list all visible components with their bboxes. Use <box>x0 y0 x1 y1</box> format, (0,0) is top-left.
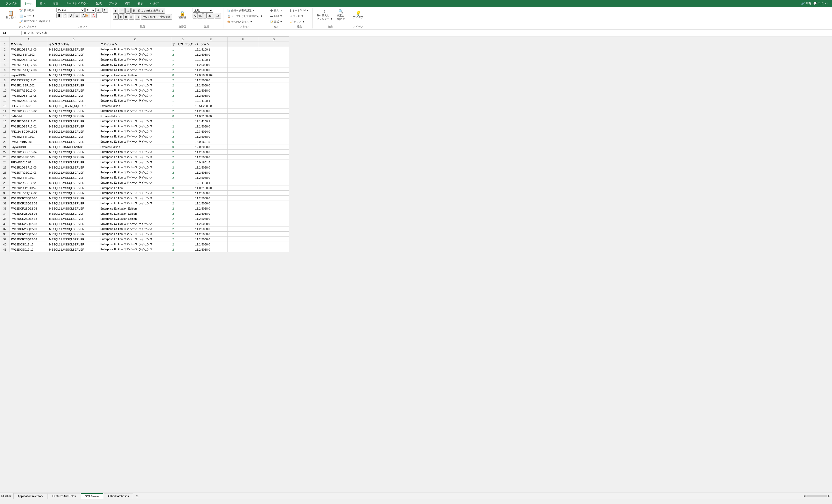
row-header-20[interactable]: 20 <box>0 139 9 144</box>
row-header-30[interactable]: 30 <box>0 191 9 196</box>
cell-13-F[interactable] <box>228 103 258 109</box>
cell-34-C[interactable]: Enterprise Evaluation Edition <box>99 211 171 216</box>
cell-15-C[interactable]: Express Edition <box>99 114 171 119</box>
copy-button[interactable]: 📄コピー ▼ <box>18 13 52 19</box>
cell-3-F[interactable] <box>228 52 258 57</box>
cell-34-E[interactable]: 11.2.5058.0 <box>194 211 228 216</box>
cell-6-C[interactable]: Enterprise Edition:コアベース ライセンス <box>99 67 171 73</box>
cell-31-C[interactable]: Enterprise Edition:コアベース ライセンス <box>99 196 171 201</box>
cell-12-E[interactable]: 12.1.4100.1 <box>194 98 228 103</box>
cell-31-A[interactable]: FW12DCR2SQ12-10 <box>9 196 48 201</box>
cell-22-F[interactable] <box>228 149 258 155</box>
cell-10-D[interactable]: 2 <box>171 88 194 93</box>
wrap-text-button[interactable]: 折り返して全体を表示する <box>131 8 165 13</box>
cell-ref-input[interactable] <box>1 31 22 35</box>
row-header-12[interactable]: 12 <box>0 98 9 103</box>
cell-14-C[interactable]: Enterprise Edition:コアベース ライセンス <box>99 109 171 114</box>
tab-page-layout[interactable]: ページ レイアウト <box>62 0 93 7</box>
cell-1-F[interactable] <box>228 42 258 47</box>
cell-20-F[interactable] <box>228 139 258 144</box>
font-color-button[interactable]: A <box>90 13 96 18</box>
col-header-d[interactable]: D <box>171 37 194 42</box>
cell-4-A[interactable]: FW12R2DSSP16-02 <box>9 57 48 62</box>
cell-8-G[interactable] <box>258 78 289 83</box>
decimal-decrease-button[interactable]: .0- <box>215 13 222 19</box>
cell-23-A[interactable]: FW12R2-SSP1603 <box>9 155 48 160</box>
cell-14-E[interactable]: 11.2.5058.0 <box>194 109 228 114</box>
font-name-select[interactable]: Calibri <box>56 8 85 12</box>
cell-11-G[interactable] <box>258 93 289 98</box>
cell-9-B[interactable]: MSSQL11.MSSQLSERVER <box>48 83 99 88</box>
cell-20-E[interactable]: 13.0.1601.5 <box>194 139 228 144</box>
align-right-button[interactable]: ≡ <box>124 14 128 20</box>
cell-3-E[interactable]: 11.2.5058.0 <box>194 52 228 57</box>
row-header-4[interactable]: 4 <box>0 57 9 62</box>
cell-35-D[interactable]: 2 <box>171 216 194 221</box>
cell-20-B[interactable]: MSSQL13.MSSQLSERVER <box>48 139 99 144</box>
cell-28-E[interactable]: 12.1.4100.1 <box>194 180 228 186</box>
cell-41-E[interactable]: 11.2.5058.0 <box>194 247 228 252</box>
row-header-24[interactable]: 24 <box>0 160 9 165</box>
col-header-c[interactable]: C <box>99 37 171 42</box>
cell-19-A[interactable]: FW12R2-SSP1601 <box>9 134 48 139</box>
cell-2-E[interactable]: 12.1.4100.1 <box>194 47 228 52</box>
paste-button[interactable]: 📋 貼り付け <box>4 8 18 22</box>
cell-14-B[interactable]: MSSQL11.MSSQLSERVER <box>48 109 99 114</box>
cell-5-F[interactable] <box>228 62 258 67</box>
cell-28-F[interactable] <box>228 180 258 186</box>
comment-button[interactable]: 💬 コメント <box>813 2 829 5</box>
cell-37-A[interactable]: FW12DCR2SQ12-09 <box>9 226 48 232</box>
cell-34-G[interactable] <box>258 211 289 216</box>
tab-next-arrow[interactable]: ▶ <box>7 494 9 498</box>
cell-6-A[interactable]: FW12STR2SQ12-06 <box>9 67 48 73</box>
cell-27-B[interactable]: MSSQL11.MSSQLSERVER <box>48 175 99 180</box>
sensitivity-button[interactable]: 🔒 秘密度 <box>177 8 188 22</box>
cell-5-D[interactable]: 2 <box>171 62 194 67</box>
cell-5-C[interactable]: Enterprise Edition:コアベース ライセンス <box>99 62 171 67</box>
cell-9-A[interactable]: FW12R2-SSP1302 <box>9 83 48 88</box>
cell-27-A[interactable]: FW12R2-SSP1301 <box>9 175 48 180</box>
row-header-39[interactable]: 39 <box>0 237 9 242</box>
row-header-9[interactable]: 9 <box>0 83 9 88</box>
cell-28-C[interactable]: Enterprise Edition:コアベース ライセンス <box>99 180 171 186</box>
cell-29-G[interactable] <box>258 186 289 191</box>
cell-38-F[interactable] <box>228 232 258 237</box>
formula-input[interactable] <box>35 31 831 35</box>
cell-31-E[interactable]: 11.2.5058.0 <box>194 196 228 201</box>
cell-7-G[interactable] <box>258 73 289 78</box>
cell-5-E[interactable]: 11.2.5058.0 <box>194 62 228 67</box>
cell-1-G[interactable] <box>258 42 289 47</box>
cell-6-F[interactable] <box>228 67 258 73</box>
cell-41-B[interactable]: MSSQL11.MSSQLSERVER <box>48 247 99 252</box>
cell-6-D[interactable]: 2 <box>171 67 194 73</box>
cell-19-E[interactable]: 11.2.5058.0 <box>194 134 228 139</box>
cell-28-A[interactable]: FW12R2DSSP16-04 <box>9 180 48 186</box>
cell-2-C[interactable]: Enterprise Edition:コアベース ライセンス <box>99 47 171 52</box>
cell-33-C[interactable]: Enterprise Evaluation Edition <box>99 206 171 211</box>
cell-27-F[interactable] <box>228 175 258 180</box>
row-header-38[interactable]: 38 <box>0 232 9 237</box>
cell-1-A[interactable]: マシン名 <box>9 42 48 47</box>
cell-12-F[interactable] <box>228 98 258 103</box>
cell-13-C[interactable]: Express Edition <box>99 103 171 109</box>
cell-8-D[interactable]: 2 <box>171 78 194 83</box>
cell-30-A[interactable]: FW12STR2SQ12-02 <box>9 191 48 196</box>
cell-39-A[interactable]: FW12DCR2SQ12-02 <box>9 237 48 242</box>
cell-3-D[interactable]: 2 <box>171 52 194 57</box>
cell-30-D[interactable]: 2 <box>171 191 194 196</box>
row-header-7[interactable]: 7 <box>0 73 9 78</box>
cell-8-B[interactable]: MSSQL11.MSSQLSERVER <box>48 78 99 83</box>
cell-2-D[interactable]: 1 <box>171 47 194 52</box>
tab-view[interactable]: 表示 <box>134 0 147 7</box>
cell-2-G[interactable] <box>258 47 289 52</box>
cell-22-B[interactable]: MSSQL11.MSSQLSERVER <box>48 149 99 155</box>
cell-7-B[interactable]: MSSQL14.MSSQLSERVER <box>48 73 99 78</box>
col-header-g[interactable]: G <box>258 37 289 42</box>
cell-15-G[interactable] <box>258 114 289 119</box>
cell-5-B[interactable]: MSSQL11.MSSQLSERVER <box>48 62 99 67</box>
row-header-21[interactable]: 21 <box>0 144 9 149</box>
cell-21-C[interactable]: Express Edition <box>99 144 171 149</box>
insert-button[interactable]: ➕ 挿入 ▼ <box>269 8 284 13</box>
row-header-36[interactable]: 36 <box>0 221 9 226</box>
cell-36-B[interactable]: MSSQL11.MSSQLSERVER <box>48 221 99 226</box>
